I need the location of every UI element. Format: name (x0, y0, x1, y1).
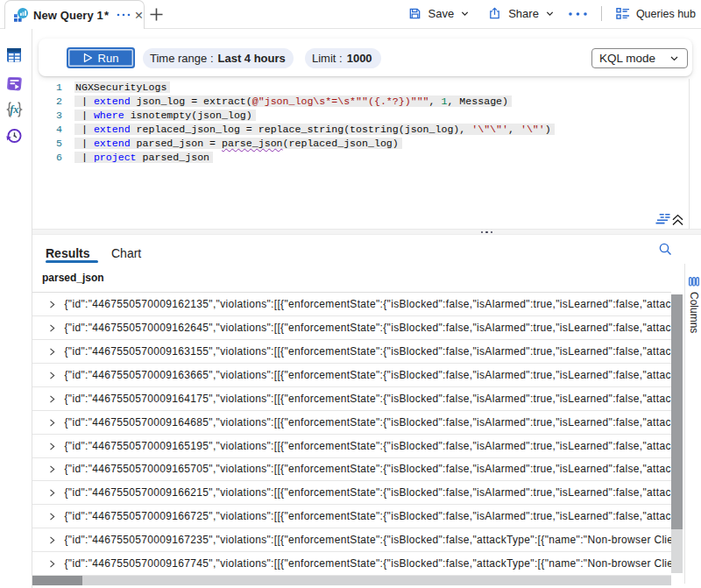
svg-text:fx: fx (10, 103, 18, 116)
